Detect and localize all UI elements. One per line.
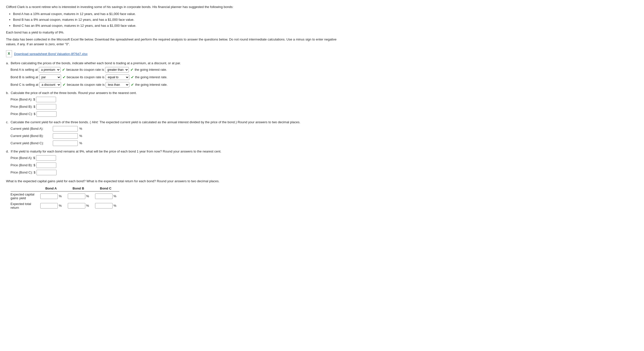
total-return-row: Expected totalreturn % % % <box>11 201 119 210</box>
part-d-inputs: Price (Bond A): $ Price (Bond B): $ Pric… <box>11 155 344 175</box>
cy-bond-b-row: Current yield (Bond B): % <box>11 133 344 139</box>
total-return-bond-b-pct: % <box>86 204 89 208</box>
total-return-bond-a-input[interactable] <box>40 203 58 208</box>
bond-a-prefix: Bond A is selling at <box>11 68 38 72</box>
part-c-question-pre: Calculate the current yield for each of … <box>11 120 91 124</box>
cy-bond-c-input[interactable] <box>53 140 78 146</box>
price-bond-a-label: Price (Bond A): $ <box>11 98 35 101</box>
bond-c-check1: ✔ <box>63 82 66 87</box>
total-return-bond-c-input[interactable] <box>95 203 113 208</box>
bond-c-description: Bond C has an 8% annual coupon, matures … <box>13 23 344 28</box>
total-return-bond-a-cell: % <box>37 201 65 210</box>
cy-bond-c-label: Current yield (Bond C): <box>11 141 52 145</box>
cy-bond-a-input[interactable] <box>53 126 78 132</box>
part-a-section: a. Before calculating the prices of the … <box>6 61 344 88</box>
bond-b-check1: ✔ <box>63 75 66 80</box>
intro-section: Clifford Clark is a recent retiree who i… <box>6 4 344 47</box>
cy-bond-c-row: Current yield (Bond C): % <box>11 140 344 146</box>
bond-b-middle: because its coupon rate is <box>67 75 105 79</box>
bond-a-select1[interactable]: a premium a discount par <box>39 67 61 72</box>
bond-b-select2[interactable]: greater than less than equal to <box>106 74 129 80</box>
price-d-bond-c-input[interactable] <box>37 170 57 175</box>
part-d-header: d. If the yield to maturity for each bon… <box>6 150 344 153</box>
price-d-bond-b-label: Price (Bond B): $ <box>11 163 35 167</box>
capital-gains-bond-b-cell: % <box>65 192 92 201</box>
part-a-bonds: Bond A is selling at a premium a discoun… <box>11 67 344 88</box>
download-section: Download spreadsheet Bond Valuation-8f76… <box>6 50 344 58</box>
price-d-bond-a-input[interactable] <box>36 155 56 161</box>
cy-bond-a-label: Current yield (Bond A): <box>11 127 52 130</box>
part-d-section: d. If the yield to maturity for each bon… <box>6 150 344 175</box>
price-d-bond-c-row: Price (Bond C): $ <box>11 170 344 175</box>
total-return-bond-a-pct: % <box>59 204 62 208</box>
download-link[interactable]: Download spreadsheet Bond Valuation-8f76… <box>14 52 88 56</box>
bond-a-select2[interactable]: greater than less than equal to <box>105 67 129 72</box>
price-bond-c-row: Price (Bond C): $ <box>11 111 344 117</box>
total-return-bond-b-cell: % <box>65 201 92 210</box>
capital-gains-row: Expected capitalgains yield % % % <box>11 192 119 201</box>
capital-gains-bond-c-cell: % <box>92 192 119 201</box>
bond-c-check2: ✔ <box>131 82 134 87</box>
intro-description: Clifford Clark is a recent retiree who i… <box>6 4 344 10</box>
part-b-label: b. <box>6 91 9 95</box>
capital-gains-bond-b-input[interactable] <box>68 194 85 199</box>
price-d-bond-b-input[interactable] <box>36 162 56 168</box>
bond-a-description: Bond A has a 10% annual coupon, matures … <box>13 12 344 16</box>
bond-a-check1: ✔ <box>62 68 65 72</box>
part-b-header: b. Calculate the price of each of the th… <box>6 91 344 95</box>
part-b-inputs: Price (Bond A): $ Price (Bond B): $ Pric… <box>11 97 344 117</box>
part-d-label: d. <box>6 150 9 153</box>
capital-gains-bond-a-cell: % <box>37 192 65 201</box>
bond-b-row: Bond B is selling at a premium a discoun… <box>11 74 344 80</box>
capital-gains-label: Expected capitalgains yield <box>11 192 37 201</box>
bond-b-select1[interactable]: a premium a discount par <box>39 74 61 80</box>
bond-c-prefix: Bond C is selling at <box>11 83 38 86</box>
price-bond-b-input[interactable] <box>36 104 56 110</box>
part-e-table-wrapper: Bond A Bond B Bond C Expected capitalgai… <box>11 186 344 210</box>
price-d-bond-a-label: Price (Bond A): $ <box>11 156 35 160</box>
cy-bond-a-row: Current yield (Bond A): % <box>11 126 344 132</box>
bond-a-row: Bond A is selling at a premium a discoun… <box>11 67 344 72</box>
capital-gains-bond-b-pct: % <box>86 194 89 198</box>
capital-gains-bond-c-input[interactable] <box>95 194 113 199</box>
col-bond-a-header: Bond A <box>37 186 65 192</box>
bond-c-select2[interactable]: greater than less than equal to <box>106 82 129 88</box>
cy-bond-b-input[interactable] <box>53 133 78 139</box>
part-c-section: c. Calculate the current yield for each … <box>6 120 344 146</box>
price-bond-a-row: Price (Bond A): $ <box>11 97 344 102</box>
bond-a-check2: ✔ <box>130 68 134 72</box>
cy-bond-a-pct: % <box>79 127 82 130</box>
part-c-hint-label: Hint: <box>92 120 99 124</box>
part-a-header: a. Before calculating the prices of the … <box>6 61 344 65</box>
price-bond-c-label: Price (Bond C): $ <box>11 112 36 116</box>
part-c-inputs: Current yield (Bond A): % Current yield … <box>11 126 344 146</box>
part-b-section: b. Calculate the price of each of the th… <box>6 91 344 117</box>
bond-c-select1[interactable]: a premium a discount par <box>39 82 61 88</box>
total-return-label: Expected totalreturn <box>11 201 37 210</box>
part-c-hint-text: The expected current yield is calculated… <box>100 120 300 124</box>
bond-c-row: Bond C is selling at a premium a discoun… <box>11 82 344 88</box>
total-return-bond-c-pct: % <box>113 204 116 208</box>
bond-b-description: Bond B has a 9% annual coupon, matures i… <box>13 17 344 22</box>
capital-gains-bond-a-input[interactable] <box>40 194 58 199</box>
price-d-bond-a-row: Price (Bond A): $ <box>11 155 344 161</box>
total-return-bond-b-input[interactable] <box>68 203 85 208</box>
bond-c-suffix: the going interest rate. <box>135 83 167 86</box>
bond-b-check2: ✔ <box>131 75 134 80</box>
total-return-bond-c-cell: % <box>92 201 119 210</box>
bond-a-middle: because its coupon rate is <box>66 68 104 72</box>
price-d-bond-b-row: Price (Bond B): $ <box>11 162 344 168</box>
price-bond-c-input[interactable] <box>37 111 57 117</box>
price-bond-a-input[interactable] <box>36 97 56 102</box>
bond-list: Bond A has a 10% annual coupon, matures … <box>13 12 344 28</box>
col-label-header <box>11 186 37 192</box>
cy-bond-b-pct: % <box>79 134 82 138</box>
capital-gains-bond-c-pct: % <box>113 194 116 198</box>
price-bond-b-row: Price (Bond B): $ <box>11 104 344 110</box>
price-d-bond-c-label: Price (Bond C): $ <box>11 170 36 174</box>
bond-b-prefix: Bond B is selling at <box>11 75 38 79</box>
bond-c-middle: because its coupon rate is <box>67 83 105 86</box>
col-bond-b-header: Bond B <box>65 186 92 192</box>
part-c-header: c. Calculate the current yield for each … <box>6 120 344 124</box>
cy-bond-b-label: Current yield (Bond B): <box>11 134 52 138</box>
